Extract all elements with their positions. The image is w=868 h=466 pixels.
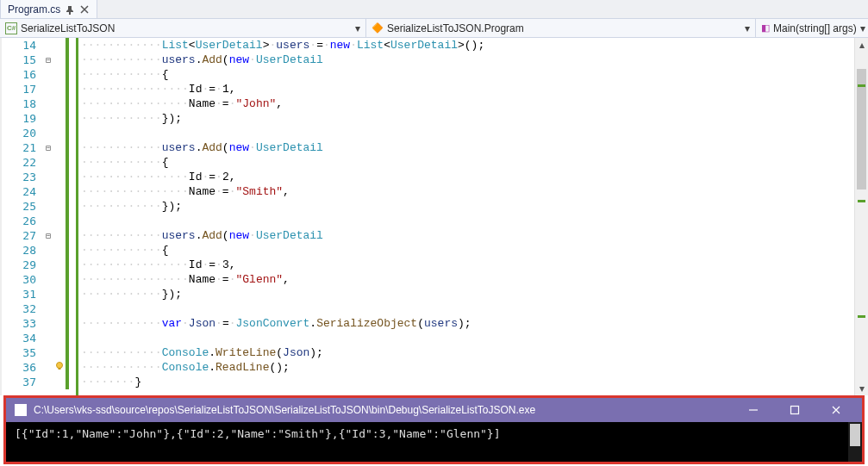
code-line: ············Console.WriteLine(Json);	[81, 345, 868, 360]
gutter-line: 15⊟	[2, 53, 76, 67]
line-number: 23	[2, 171, 43, 183]
change-indicator	[66, 316, 69, 331]
change-indicator	[66, 199, 69, 214]
gutter-line: 19	[2, 111, 76, 126]
pin-icon[interactable]	[66, 5, 74, 14]
code-line: ················Id·=·2,	[81, 170, 868, 184]
line-number: 36	[2, 361, 43, 374]
line-number: 24	[2, 185, 43, 198]
line-number: 37	[2, 376, 43, 388]
gutter-line: 34	[2, 331, 76, 345]
line-number: 27	[2, 229, 43, 242]
code-line: ············{	[81, 155, 868, 170]
fold-toggle[interactable]: ⊟	[43, 231, 53, 240]
class-icon: 🔶	[372, 22, 384, 34]
code-line: ················Name·=·"Glenn",	[81, 272, 868, 287]
line-number: 22	[2, 156, 43, 169]
editor-scrollbar[interactable]: ▴ ▾	[854, 38, 868, 395]
code-line: ················Name·=·"John",	[81, 96, 868, 111]
vs-window: Program.cs C# SerializeListToJSON ▾ 🔶 Se…	[0, 0, 868, 466]
code-line: ················Name·=·"Smith",	[81, 184, 868, 199]
change-indicator	[66, 228, 69, 243]
change-indicator	[66, 38, 69, 53]
scrollbar-change-mark	[858, 200, 865, 202]
gutter-line: 24	[2, 184, 76, 199]
code-line: ············var·Json·=·JsonConvert.Seria…	[81, 316, 868, 331]
change-indicator	[66, 272, 69, 287]
code-line: ············Console.ReadLine();	[81, 360, 868, 375]
code-line: ············users.Add(new·UserDetail	[81, 228, 868, 243]
gutter-line: 22	[2, 155, 76, 170]
console-window-highlight: C:\Users\vks-ssd\source\repos\SerializeL…	[3, 395, 865, 464]
gutter-line: 28	[2, 243, 76, 258]
code-editor[interactable]: 1415⊟161718192021⊟222324252627⊟282930313…	[0, 38, 868, 395]
gutter-line: 31	[2, 287, 76, 301]
chevron-down-icon: ▾	[355, 22, 360, 34]
scroll-down-icon[interactable]: ▾	[855, 382, 868, 395]
line-number: 35	[2, 346, 43, 359]
line-number: 18	[2, 97, 43, 110]
code-line: ············});	[81, 199, 868, 214]
lightbulb-icon[interactable]	[53, 361, 66, 374]
change-indicator	[66, 155, 69, 170]
scrollbar-change-mark	[858, 315, 865, 318]
line-number: 15	[2, 53, 43, 66]
nav-member-dropdown[interactable]: ◧ Main(string[] args) ▾	[756, 19, 868, 37]
gutter-line: 30	[2, 272, 76, 287]
close-button[interactable]	[819, 398, 853, 422]
console-body[interactable]: [{"Id":1,"Name":"John"},{"Id":2,"Name":"…	[6, 422, 862, 462]
close-icon[interactable]	[79, 4, 90, 15]
code-line: ············users.Add(new·UserDetail	[81, 53, 868, 67]
console-titlebar[interactable]: C:\Users\vks-ssd\source\repos\SerializeL…	[6, 398, 862, 422]
line-number: 33	[2, 317, 43, 330]
change-indicator	[66, 96, 69, 111]
line-number: 20	[2, 127, 43, 140]
scrollbar-track[interactable]	[855, 52, 868, 382]
minimize-button[interactable]	[736, 398, 771, 422]
editor-container: 1415⊟161718192021⊟222324252627⊟282930313…	[0, 38, 868, 395]
line-number: 26	[2, 214, 43, 227]
tab-program-cs[interactable]: Program.cs	[0, 0, 97, 18]
line-number: 17	[2, 83, 43, 96]
change-indicator	[66, 345, 69, 360]
fold-toggle[interactable]: ⊟	[43, 55, 53, 65]
gutter-line: 14	[2, 38, 76, 53]
gutter-line: 36	[2, 360, 76, 375]
gutter-line: 18	[2, 96, 76, 111]
nav-member-label: Main(string[] args)	[773, 22, 857, 34]
code-line	[81, 214, 868, 228]
csharp-project-icon: C#	[5, 22, 17, 34]
change-indicator	[66, 360, 69, 375]
line-number: 30	[2, 273, 43, 286]
navigation-bar: C# SerializeListToJSON ▾ 🔶 SerializeList…	[0, 19, 868, 38]
change-indicator	[66, 287, 69, 301]
gutter-line: 29	[2, 258, 76, 272]
nav-type-label: SerializeListToJSON.Program	[387, 22, 524, 34]
console-scrollbar-thumb[interactable]	[850, 424, 860, 446]
code-line: ············});	[81, 111, 868, 126]
maximize-button[interactable]	[777, 398, 812, 422]
document-tab-strip: Program.cs	[0, 0, 868, 19]
code-line	[81, 331, 868, 345]
nav-type-dropdown[interactable]: 🔶 SerializeListToJSON.Program ▾	[366, 19, 756, 37]
console-scrollbar[interactable]	[848, 422, 862, 462]
scrollbar-change-mark	[858, 84, 865, 87]
gutter-line: 37	[2, 375, 76, 389]
gutter-line: 27⊟	[2, 228, 76, 243]
code-body[interactable]: ············List<UserDetail>·users·=·new…	[76, 38, 868, 395]
chevron-down-icon: ▾	[745, 22, 750, 34]
chevron-down-icon: ▾	[860, 22, 865, 34]
code-line	[81, 126, 868, 140]
svg-rect-2	[791, 407, 799, 414]
line-number: 31	[2, 288, 43, 301]
fold-toggle[interactable]: ⊟	[43, 143, 53, 152]
console-output: [{"Id":1,"Name":"John"},{"Id":2,"Name":"…	[15, 427, 853, 440]
nav-project-dropdown[interactable]: C# SerializeListToJSON ▾	[0, 19, 366, 37]
gutter-line: 16	[2, 67, 76, 82]
nav-project-label: SerializeListToJSON	[21, 22, 115, 34]
line-number: 16	[2, 68, 43, 81]
change-indicator	[66, 184, 69, 199]
line-number: 14	[2, 39, 43, 52]
scroll-up-icon[interactable]: ▴	[855, 38, 868, 52]
change-indicator	[66, 140, 69, 155]
